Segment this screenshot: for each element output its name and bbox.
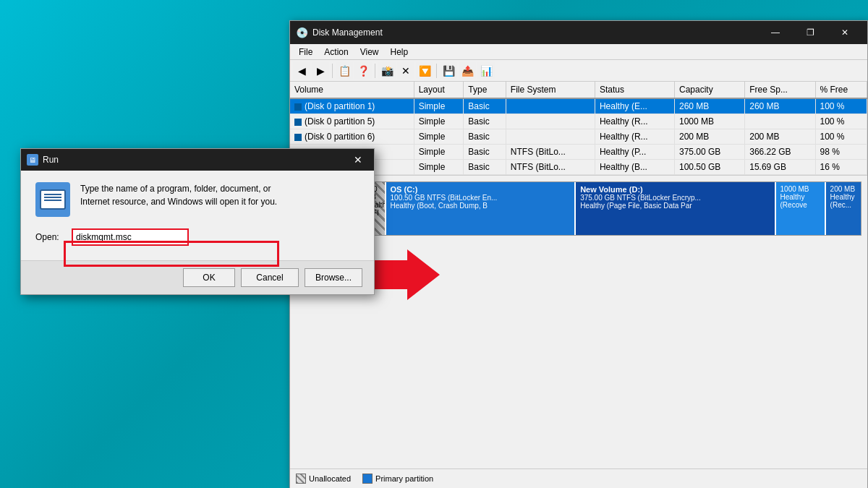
table-row[interactable]: (Disk 0 partition 6)SimpleBasicHealthy (… [290,129,867,145]
cell-capacity: 375.00 GB [675,145,745,160]
cell-free: 200 MB [745,129,815,145]
menu-view[interactable]: View [354,46,385,59]
cell-volume: (Disk 0 partition 1) [290,98,414,114]
run-dialog: 🖥 Run ✕ Type the name of a program, fold… [20,148,375,295]
run-icon [40,189,66,210]
window-titlebar: 💿 Disk Management — ❐ ✕ [290,21,867,44]
legend-unallocated: Unallocated [296,474,351,484]
run-close-button[interactable]: ✕ [348,153,368,167]
close-button[interactable]: ✕ [828,21,861,44]
cell-capacity: 260 MB [675,98,745,114]
partition-d[interactable]: New Volume (D:) 375.00 GB NTFS (BitLocke… [576,182,775,235]
toolbar-back[interactable]: ◀ [293,62,310,80]
run-icon-container [35,182,70,217]
legend-primary: Primary partition [362,474,433,484]
titlebar-controls: — ❐ ✕ [759,21,861,44]
cell-status: Healthy (E... [595,98,674,114]
toolbar-forward[interactable]: ▶ [312,62,329,80]
partition-c[interactable]: OS (C:) 100.50 GB NTFS (BitLocker En... … [386,182,576,235]
col-volume[interactable]: Volume [290,82,414,98]
cell-status: Healthy (B... [595,160,674,175]
toolbar-snapshot[interactable]: 📸 [378,62,396,80]
run-input-field[interactable] [72,228,189,246]
cell-volume: (Disk 0 partition 6) [290,129,414,145]
disk-management-window: 💿 Disk Management — ❐ ✕ File Action View… [289,20,868,488]
cell-layout: Simple [414,145,464,160]
cell-volume: (Disk 0 partition 5) [290,114,414,129]
disk-legend: Unallocated Primary partition [290,468,867,488]
cell-status: Healthy (P... [595,145,674,160]
run-ok-button[interactable]: OK [183,268,235,287]
run-input-label: Open: [35,232,66,242]
table-row[interactable]: (Disk 0 partition 5)SimpleBasicHealthy (… [290,114,867,129]
cell-layout: Simple [414,129,464,145]
run-dialog-title: Run [43,155,348,165]
cell-pct_free: 98 % [815,145,867,160]
cell-type: Basic [464,160,506,175]
menu-help[interactable]: Help [385,46,414,59]
cell-layout: Simple [414,160,464,175]
partition-recovery2[interactable]: 200 MB Healthy (Rec... [826,182,861,235]
cell-free: 15.69 GB [745,160,815,175]
cell-status: Healthy (R... [595,114,674,129]
cell-fs [506,129,595,145]
run-titlebar: 🖥 Run ✕ [21,149,374,171]
cell-layout: Simple [414,98,464,114]
toolbar-export[interactable]: 📤 [459,62,476,80]
cell-pct_free: 100 % [815,98,867,114]
run-browse-button[interactable]: Browse... [305,268,362,287]
minimize-button[interactable]: — [759,21,792,44]
toolbar-expand[interactable]: 🔽 [416,62,433,80]
legend-unalloc-label: Unallocated [309,474,351,483]
col-pctfree[interactable]: % Free [815,82,867,98]
disk-map-area: Disk 0 Basic 476.94 GB Online 260 MB Hea… [290,176,867,468]
toolbar-chart[interactable]: 📊 [477,62,495,80]
col-fs[interactable]: File System [506,82,595,98]
toolbar-help[interactable]: ❓ [354,62,372,80]
disk-row-0: Disk 0 Basic 476.94 GB Online 260 MB Hea… [296,181,861,236]
table-row[interactable]: (Disk 0 partition 1)SimpleBasicHealthy (… [290,98,867,114]
legend-unalloc-box [296,474,306,484]
menu-action[interactable]: Action [318,46,354,59]
run-cancel-button[interactable]: Cancel [241,268,299,287]
cell-layout: Simple [414,114,464,129]
run-desc-line1: Type the name of a program, folder, docu… [80,184,271,194]
cell-fs [506,98,595,114]
run-titlebar-icon: 🖥 [27,154,38,166]
run-header: Type the name of a program, folder, docu… [35,182,359,217]
col-capacity[interactable]: Capacity [675,82,745,98]
cell-free: 260 MB [745,98,815,114]
cell-pct_free: 100 % [815,129,867,145]
cell-pct_free: 100 % [815,114,867,129]
legend-primary-label: Primary partition [375,474,433,483]
disk-table: Volume Layout Type File System Status Ca… [290,82,867,175]
col-layout[interactable]: Layout [414,82,464,98]
partition-recovery1[interactable]: 1000 MB Healthy (Recove [776,182,826,235]
toolbar-delete[interactable]: ✕ [397,62,414,80]
cell-type: Basic [464,114,506,129]
vol-icon [294,103,302,111]
cell-status: Healthy (R... [595,129,674,145]
toolbar-save[interactable]: 💾 [440,62,457,80]
toolbar-sep-3 [436,64,437,78]
toolbar-sep-1 [332,64,333,78]
cell-fs: NTFS (BitLo... [506,160,595,175]
restore-button[interactable]: ❐ [793,21,827,44]
col-free[interactable]: Free Sp... [745,82,815,98]
table-row[interactable]: New Volume (D:)SimpleBasicNTFS (BitLo...… [290,145,867,160]
run-body: Type the name of a program, folder, docu… [21,171,374,260]
toolbar-list[interactable]: 📋 [336,62,353,80]
vol-icon [294,134,302,141]
col-status[interactable]: Status [595,82,674,98]
menu-file[interactable]: File [293,46,318,59]
cell-fs: NTFS (BitLo... [506,145,595,160]
cell-type: Basic [464,145,506,160]
table-row[interactable]: SimpleBasicNTFS (BitLo...Healthy (B...10… [290,160,867,175]
window-title: Disk Management [312,27,759,38]
col-type[interactable]: Type [464,82,506,98]
run-buttons-area: OK Cancel Browse... [21,260,374,294]
cell-capacity: 100.50 GB [675,160,745,175]
cell-free: 366.22 GB [745,145,815,160]
cell-type: Basic [464,129,506,145]
cell-free [745,114,815,129]
